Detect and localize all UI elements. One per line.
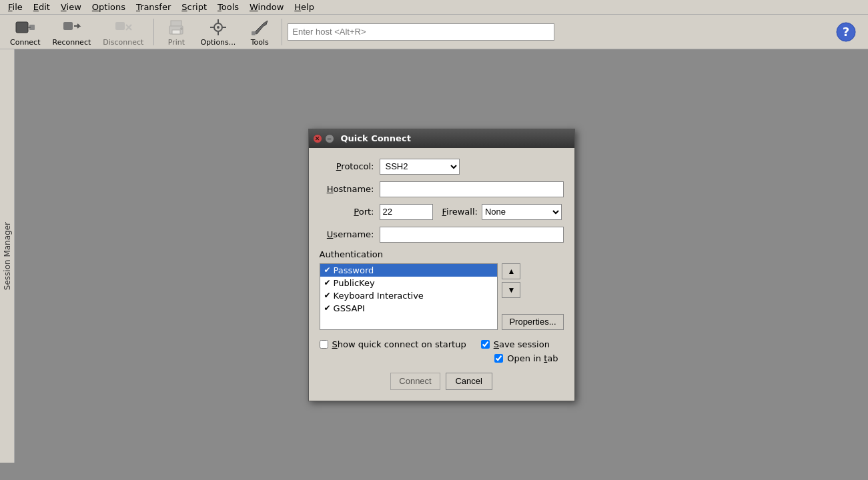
auth-up-button[interactable]: ▲ [502, 263, 520, 279]
toolbar-separator-2 [282, 19, 282, 45]
auth-label-password: Password [334, 265, 374, 275]
auth-label-publickey: PublicKey [334, 278, 375, 288]
auth-controls: ▲ ▼ Properties... [502, 263, 563, 330]
reconnect-button[interactable]: Reconnect [47, 14, 95, 49]
reconnect-icon [61, 17, 82, 38]
cancel-button-dialog[interactable]: Cancel [446, 373, 492, 390]
firewall-select[interactable]: None SOCKS5 SOCKS4 HTTP [482, 204, 562, 220]
svg-rect-3 [63, 22, 73, 30]
svg-rect-4 [115, 22, 125, 30]
connect-icon [15, 17, 36, 38]
auth-item-publickey[interactable]: ✔ PublicKey [320, 277, 498, 289]
auth-properties-button[interactable]: Properties... [502, 314, 563, 330]
help-button[interactable]: ? [829, 19, 863, 45]
menu-options[interactable]: Options [87, 1, 131, 13]
host-input-wrap [288, 23, 827, 41]
host-input[interactable] [288, 23, 554, 41]
menu-transfer[interactable]: Transfer [131, 1, 176, 13]
hostname-row: Hostname: [320, 181, 564, 197]
main-area: ✕ − Quick Connect Protocol: SSH2 SSH1 Te… [15, 49, 868, 480]
svg-text:?: ? [843, 25, 849, 39]
dialog-title: Quick Connect [341, 133, 411, 143]
dialog-close-button[interactable]: ✕ [313, 134, 322, 143]
open-in-tab-checkbox[interactable] [494, 354, 503, 363]
auth-item-gssapi[interactable]: ✔ GSSAPI [320, 302, 498, 315]
options-icon [207, 17, 229, 38]
username-row: Username: [320, 227, 564, 243]
hostname-input[interactable] [380, 181, 564, 197]
save-session-checkbox[interactable] [481, 340, 490, 349]
port-label: Port: [320, 207, 380, 217]
dialog-body: Protocol: SSH2 SSH1 Telnet Rlogin Serial… [309, 148, 574, 401]
session-manager-sidebar[interactable]: Session Manager [0, 49, 15, 463]
session-manager-label: Session Manager [3, 222, 12, 290]
auth-down-button[interactable]: ▼ [502, 282, 520, 298]
dialog-buttons: Connect Cancel [320, 373, 564, 390]
print-button[interactable]: Print [159, 14, 193, 49]
tools-button[interactable]: Tools [243, 14, 276, 49]
port-firewall-row: Port: Firewall: None SOCKS5 SOCKS4 HTTP [320, 204, 564, 220]
show-quick-connect-row: Show quick connect on startup Save sessi… [320, 339, 564, 349]
auth-label-gssapi: GSSAPI [334, 303, 365, 313]
auth-section-label: Authentication [320, 249, 564, 259]
protocol-select[interactable]: SSH2 SSH1 Telnet Rlogin Serial [380, 159, 460, 175]
help-area: ? [829, 19, 863, 45]
svg-rect-2 [28, 27, 31, 28]
hostname-label: Hostname: [320, 184, 380, 194]
print-icon [165, 17, 187, 38]
auth-check-keyboard: ✔ [324, 291, 331, 300]
protocol-row: Protocol: SSH2 SSH1 Telnet Rlogin Serial [320, 159, 564, 175]
connect-button-dialog[interactable]: Connect [390, 373, 440, 390]
menubar: File Edit View Options Transfer Script T… [0, 0, 868, 15]
protocol-label: Protocol: [320, 161, 380, 171]
menu-script[interactable]: Script [176, 1, 212, 13]
auth-check-password: ✔ [324, 265, 331, 275]
bottom-options: Show quick connect on startup Save sessi… [320, 339, 564, 363]
svg-point-10 [180, 27, 183, 30]
show-quick-connect-checkbox[interactable] [320, 340, 328, 349]
username-label: Username: [320, 229, 380, 239]
open-in-tab-label: Open in tab [507, 353, 558, 363]
save-session-label: Save session [494, 339, 550, 349]
menu-file[interactable]: File [3, 1, 28, 13]
menu-view[interactable]: View [55, 1, 87, 13]
svg-rect-17 [252, 31, 256, 35]
menu-edit[interactable]: Edit [28, 1, 55, 13]
open-in-tab-row: Open in tab [320, 353, 564, 363]
connect-button[interactable]: Connect [5, 14, 45, 49]
auth-list: ✔ Password ✔ PublicKey ✔ Keyboard Intera… [320, 263, 498, 330]
auth-item-keyboard[interactable]: ✔ Keyboard Interactive [320, 289, 498, 302]
disconnect-button[interactable]: Disconnect [98, 14, 148, 49]
menu-tools[interactable]: Tools [212, 1, 244, 13]
auth-item-password[interactable]: ✔ Password [320, 264, 498, 277]
auth-label-keyboard: Keyboard Interactive [334, 291, 424, 301]
port-input[interactable] [380, 204, 433, 220]
svg-rect-9 [172, 30, 180, 34]
auth-check-gssapi: ✔ [324, 303, 331, 313]
dialog-titlebar: ✕ − Quick Connect [309, 129, 574, 148]
svg-rect-0 [16, 22, 28, 33]
dialog-overlay: ✕ − Quick Connect Protocol: SSH2 SSH1 Te… [15, 49, 868, 480]
menu-window[interactable]: Window [244, 1, 289, 13]
auth-check-publickey: ✔ [324, 278, 331, 287]
tools-icon [249, 17, 270, 38]
firewall-label: Firewall: [442, 207, 478, 217]
options-button[interactable]: Options... [195, 14, 240, 49]
username-input[interactable] [380, 227, 564, 243]
auth-container: ✔ Password ✔ PublicKey ✔ Keyboard Intera… [320, 263, 564, 330]
svg-point-12 [217, 26, 220, 29]
toolbar: Connect Reconnect Disconnect [0, 15, 868, 49]
help-icon: ? [835, 21, 857, 43]
disconnect-icon [113, 17, 134, 38]
quick-connect-dialog: ✕ − Quick Connect Protocol: SSH2 SSH1 Te… [308, 129, 575, 401]
show-quick-connect-label: Show quick connect on startup [332, 339, 466, 349]
menu-help[interactable]: Help [289, 1, 320, 13]
dialog-minimize-button[interactable]: − [325, 134, 334, 143]
toolbar-separator-1 [153, 19, 154, 45]
